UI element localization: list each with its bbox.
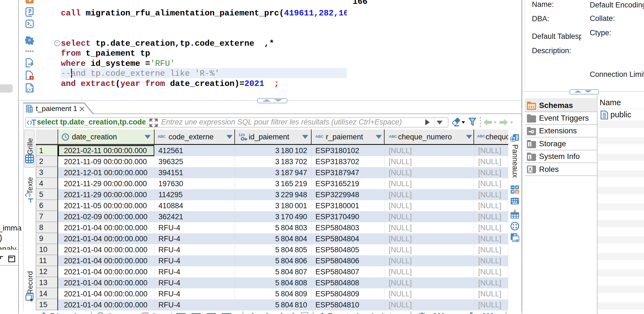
- svg-text:{x}: {x}: [27, 88, 33, 92]
